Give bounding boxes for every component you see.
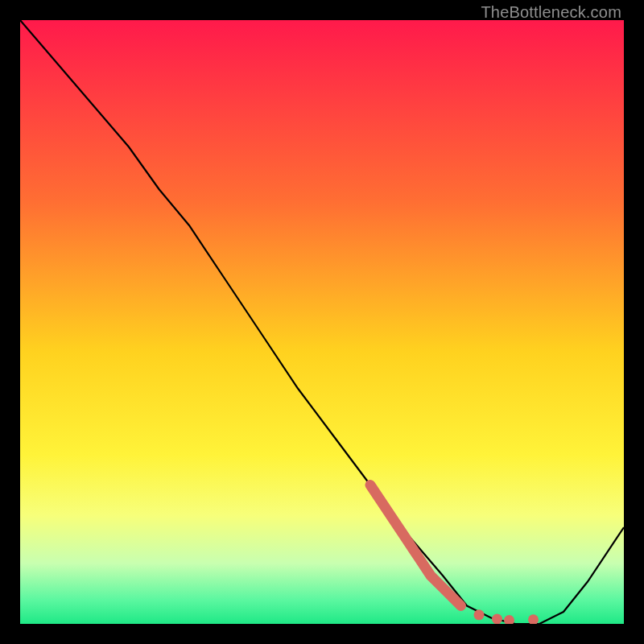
gradient-background [20,20,624,624]
highlight-dot [474,609,485,620]
chart-plot-area [20,20,624,624]
attribution-text: TheBottleneck.com [481,3,621,22]
highlight-dot [492,614,502,625]
chart-svg [20,20,624,624]
